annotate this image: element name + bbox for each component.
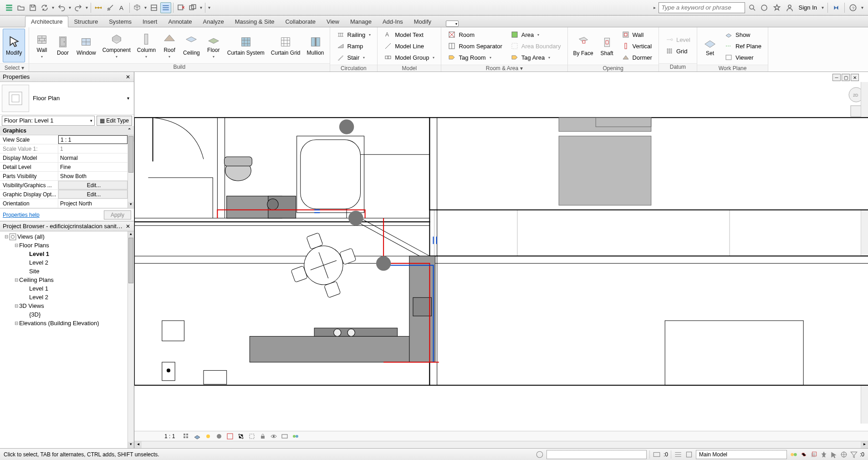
search-history[interactable]: ▸ <box>653 5 657 10</box>
curtain-grid-button[interactable]: Curtain Grid <box>268 29 303 62</box>
temp-hide-icon[interactable] <box>270 432 278 440</box>
favorites-icon[interactable] <box>771 2 782 13</box>
sun-path-icon[interactable] <box>204 432 212 440</box>
properties-close-icon[interactable]: ✕ <box>125 74 131 80</box>
redo-icon[interactable] <box>73 2 84 13</box>
workset-combo-main[interactable]: Main Model <box>696 450 787 459</box>
tag-area-button[interactable]: Tag Area▾ <box>508 52 564 63</box>
tree-item[interactable]: ⊟Ceiling Plans <box>0 276 128 284</box>
tab-analyze[interactable]: Analyze <box>198 16 230 27</box>
tree-item[interactable]: Level 1 <box>0 250 128 258</box>
tree-item[interactable]: Level 2 <box>0 293 128 302</box>
grid-button[interactable]: Grid <box>663 46 693 56</box>
help-icon[interactable]: ? <box>848 2 858 13</box>
tree-item[interactable]: {3D} <box>0 310 128 319</box>
filter-icon[interactable] <box>850 450 858 459</box>
component-button[interactable]: Component▾ <box>100 29 133 62</box>
stair-button[interactable]: Stair▾ <box>334 52 374 63</box>
door-button[interactable]: Door <box>53 29 73 62</box>
instance-combo[interactable]: Floor Plan: Level 1▾ <box>2 116 95 126</box>
column-button[interactable]: Column▾ <box>134 29 158 62</box>
area-button[interactable]: Area▾ <box>508 29 564 40</box>
tab-insert[interactable]: Insert <box>137 16 163 27</box>
tab-view[interactable]: View <box>321 16 345 27</box>
model-line-button[interactable]: Model Line <box>381 41 437 51</box>
tab-collaborate[interactable]: Collaborate <box>280 16 321 27</box>
wall-button[interactable]: Wall▾ <box>32 29 52 62</box>
status-icon-3[interactable] <box>674 450 682 459</box>
align-icon[interactable] <box>105 2 116 13</box>
tab-annotate[interactable]: Annotate <box>163 16 197 27</box>
tab-manage[interactable]: Manage <box>345 16 377 27</box>
tree-item[interactable]: ⊟Elevations (Building Elevation) <box>0 319 128 327</box>
app-menu-icon[interactable] <box>4 2 15 13</box>
prop-row[interactable]: Graphic Display Opt...Edit... <box>0 190 128 199</box>
tab-add-ins[interactable]: Add-Ins <box>377 16 408 27</box>
save-icon[interactable] <box>27 2 38 13</box>
rendering-icon[interactable] <box>226 432 234 440</box>
tree-item[interactable]: Site <box>0 267 128 276</box>
shaft-button[interactable]: Shaft <box>597 29 617 63</box>
close-hidden-icon[interactable] <box>175 2 186 13</box>
search-icon[interactable] <box>747 2 758 13</box>
tree-item[interactable]: ⊟3D Views <box>0 302 128 310</box>
prop-row[interactable]: View Scale1 : 1 <box>0 135 128 144</box>
sync-icon[interactable] <box>39 2 50 13</box>
switch-windows-icon[interactable] <box>187 2 198 13</box>
browser-close-icon[interactable]: ✕ <box>125 223 131 230</box>
prop-section-graphics[interactable]: Graphics⌃ <box>0 127 134 135</box>
type-selector[interactable]: Floor Plan ▾ <box>0 82 134 115</box>
select-pinned-icon[interactable] <box>820 450 828 459</box>
workset-combo-1[interactable] <box>546 450 647 459</box>
select-group-label[interactable]: Select▾ <box>0 63 29 72</box>
ceiling-button[interactable]: Ceiling <box>180 29 203 62</box>
tree-item[interactable]: Level 2 <box>0 258 128 267</box>
tab-structure[interactable]: Structure <box>68 16 103 27</box>
opening-wall-button[interactable]: Wall <box>619 29 655 40</box>
viewer-button[interactable]: Viewer <box>722 52 764 63</box>
text-icon[interactable]: A <box>117 2 128 13</box>
qat-customize[interactable]: ▾ <box>207 5 211 10</box>
tree-item[interactable]: ⊟Floor Plans <box>0 241 128 250</box>
floor-button[interactable]: Floor▾ <box>204 29 224 62</box>
roof-button[interactable]: Roof▾ <box>159 29 179 62</box>
measure-icon[interactable] <box>93 2 104 13</box>
tree-item[interactable]: Level 1 <box>0 284 128 293</box>
by-face-button[interactable]: By Face <box>571 29 596 63</box>
drag-icon[interactable] <box>840 450 848 459</box>
prop-row[interactable]: Detail LevelFine <box>0 163 128 172</box>
crop-icon[interactable] <box>237 432 245 440</box>
select-links-icon[interactable] <box>800 450 808 459</box>
canvas-hscrollbar[interactable]: ◂▸ <box>134 441 868 448</box>
opening-vertical-button[interactable]: Vertical <box>619 41 655 51</box>
properties-help-link[interactable]: Properties help <box>3 212 40 218</box>
set-workplane-button[interactable]: Set <box>700 29 720 63</box>
tab-modify[interactable]: Modify <box>408 16 437 27</box>
redo-dropdown[interactable]: ▾ <box>85 5 89 10</box>
level-button[interactable]: Level <box>663 34 693 45</box>
tab-massing-site[interactable]: Massing & Site <box>230 16 280 27</box>
user-icon[interactable] <box>784 2 795 13</box>
section-icon[interactable] <box>148 2 159 13</box>
tree-item[interactable]: ⊟Views (all) <box>0 232 128 241</box>
tag-room-button[interactable]: Tag Room▾ <box>445 52 505 63</box>
switch-dropdown[interactable]: ▾ <box>199 5 203 10</box>
modify-button[interactable]: Modify <box>3 29 25 62</box>
tab-systems[interactable]: Systems <box>103 16 137 27</box>
visual-style-icon[interactable] <box>193 432 201 440</box>
status-icon-4[interactable] <box>685 450 693 459</box>
signin-dropdown[interactable]: ▾ <box>821 5 825 10</box>
opening-dormer-button[interactable]: Dormer <box>619 52 655 63</box>
status-icon-2[interactable] <box>653 450 661 459</box>
search-input[interactable] <box>659 2 745 13</box>
help-dropdown[interactable]: ▾ <box>860 5 864 10</box>
prop-row[interactable]: Display ModelNormal <box>0 153 128 163</box>
undo-dropdown[interactable]: ▾ <box>68 5 72 10</box>
drawing-canvas[interactable]: ─ ▢ ✕ 2D <box>134 72 868 431</box>
select-face-icon[interactable] <box>830 450 838 459</box>
undo-icon[interactable] <box>56 2 67 13</box>
prop-row[interactable]: OrientationProject North <box>0 199 128 208</box>
default-3d-icon[interactable] <box>132 2 143 13</box>
reveal-hidden-icon[interactable] <box>281 432 289 440</box>
properties-scrollbar[interactable]: ▴▾ <box>128 135 134 208</box>
